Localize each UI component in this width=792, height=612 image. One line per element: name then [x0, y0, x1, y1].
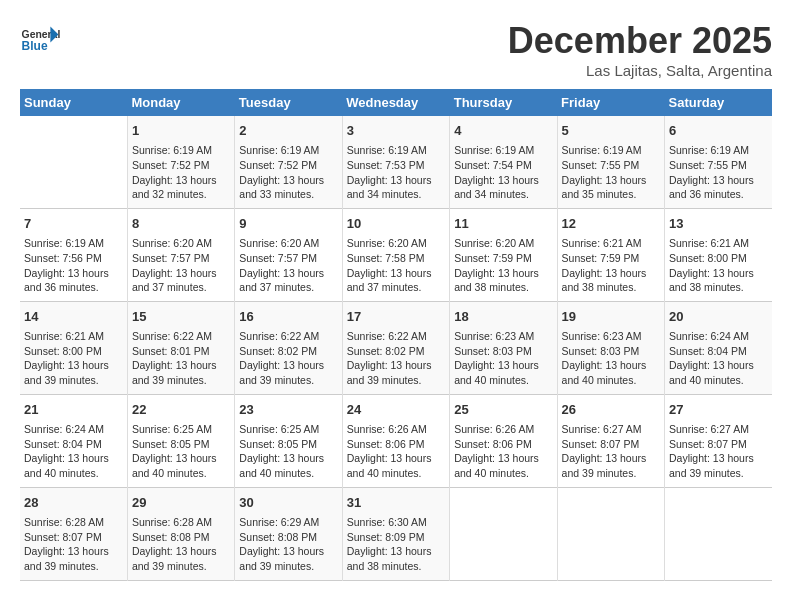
- weekday-header-friday: Friday: [557, 89, 664, 116]
- day-info: Sunrise: 6:21 AM Sunset: 8:00 PM Dayligh…: [24, 329, 123, 388]
- weekday-header-saturday: Saturday: [665, 89, 772, 116]
- calendar-cell: 2Sunrise: 6:19 AM Sunset: 7:52 PM Daylig…: [235, 116, 342, 208]
- calendar-cell: 26Sunrise: 6:27 AM Sunset: 8:07 PM Dayli…: [557, 394, 664, 487]
- weekday-header-tuesday: Tuesday: [235, 89, 342, 116]
- calendar-cell: 16Sunrise: 6:22 AM Sunset: 8:02 PM Dayli…: [235, 301, 342, 394]
- day-info: Sunrise: 6:25 AM Sunset: 8:05 PM Dayligh…: [239, 422, 337, 481]
- day-info: Sunrise: 6:26 AM Sunset: 8:06 PM Dayligh…: [454, 422, 552, 481]
- calendar-cell: 24Sunrise: 6:26 AM Sunset: 8:06 PM Dayli…: [342, 394, 449, 487]
- weekday-header-monday: Monday: [127, 89, 234, 116]
- day-number: 26: [562, 401, 660, 419]
- calendar-cell: 6Sunrise: 6:19 AM Sunset: 7:55 PM Daylig…: [665, 116, 772, 208]
- logo-icon: General Blue: [20, 20, 60, 60]
- calendar-cell: [557, 487, 664, 580]
- day-number: 12: [562, 215, 660, 233]
- day-number: 2: [239, 122, 337, 140]
- calendar-week-row: 28Sunrise: 6:28 AM Sunset: 8:07 PM Dayli…: [20, 487, 772, 580]
- day-info: Sunrise: 6:19 AM Sunset: 7:52 PM Dayligh…: [239, 143, 337, 202]
- day-number: 10: [347, 215, 445, 233]
- calendar-cell: 22Sunrise: 6:25 AM Sunset: 8:05 PM Dayli…: [127, 394, 234, 487]
- day-info: Sunrise: 6:20 AM Sunset: 7:59 PM Dayligh…: [454, 236, 552, 295]
- day-info: Sunrise: 6:28 AM Sunset: 8:07 PM Dayligh…: [24, 515, 123, 574]
- day-info: Sunrise: 6:19 AM Sunset: 7:52 PM Dayligh…: [132, 143, 230, 202]
- day-info: Sunrise: 6:27 AM Sunset: 8:07 PM Dayligh…: [562, 422, 660, 481]
- calendar-cell: 9Sunrise: 6:20 AM Sunset: 7:57 PM Daylig…: [235, 208, 342, 301]
- day-number: 20: [669, 308, 768, 326]
- calendar-cell: 12Sunrise: 6:21 AM Sunset: 7:59 PM Dayli…: [557, 208, 664, 301]
- day-number: 24: [347, 401, 445, 419]
- calendar-cell: 31Sunrise: 6:30 AM Sunset: 8:09 PM Dayli…: [342, 487, 449, 580]
- calendar-cell: 3Sunrise: 6:19 AM Sunset: 7:53 PM Daylig…: [342, 116, 449, 208]
- day-number: 9: [239, 215, 337, 233]
- calendar-cell: 15Sunrise: 6:22 AM Sunset: 8:01 PM Dayli…: [127, 301, 234, 394]
- day-info: Sunrise: 6:29 AM Sunset: 8:08 PM Dayligh…: [239, 515, 337, 574]
- day-info: Sunrise: 6:19 AM Sunset: 7:56 PM Dayligh…: [24, 236, 123, 295]
- day-info: Sunrise: 6:20 AM Sunset: 7:58 PM Dayligh…: [347, 236, 445, 295]
- day-number: 17: [347, 308, 445, 326]
- weekday-header-sunday: Sunday: [20, 89, 127, 116]
- calendar-cell: 13Sunrise: 6:21 AM Sunset: 8:00 PM Dayli…: [665, 208, 772, 301]
- calendar-cell: 10Sunrise: 6:20 AM Sunset: 7:58 PM Dayli…: [342, 208, 449, 301]
- day-info: Sunrise: 6:19 AM Sunset: 7:53 PM Dayligh…: [347, 143, 445, 202]
- day-info: Sunrise: 6:24 AM Sunset: 8:04 PM Dayligh…: [24, 422, 123, 481]
- calendar-week-row: 14Sunrise: 6:21 AM Sunset: 8:00 PM Dayli…: [20, 301, 772, 394]
- calendar-cell: [20, 116, 127, 208]
- calendar-cell: 19Sunrise: 6:23 AM Sunset: 8:03 PM Dayli…: [557, 301, 664, 394]
- calendar-cell: [665, 487, 772, 580]
- day-number: 21: [24, 401, 123, 419]
- day-info: Sunrise: 6:19 AM Sunset: 7:55 PM Dayligh…: [562, 143, 660, 202]
- day-number: 5: [562, 122, 660, 140]
- day-number: 14: [24, 308, 123, 326]
- day-number: 23: [239, 401, 337, 419]
- weekday-header-wednesday: Wednesday: [342, 89, 449, 116]
- calendar-cell: 8Sunrise: 6:20 AM Sunset: 7:57 PM Daylig…: [127, 208, 234, 301]
- day-number: 18: [454, 308, 552, 326]
- calendar-cell: 14Sunrise: 6:21 AM Sunset: 8:00 PM Dayli…: [20, 301, 127, 394]
- calendar-week-row: 1Sunrise: 6:19 AM Sunset: 7:52 PM Daylig…: [20, 116, 772, 208]
- day-number: 4: [454, 122, 552, 140]
- day-info: Sunrise: 6:20 AM Sunset: 7:57 PM Dayligh…: [132, 236, 230, 295]
- day-info: Sunrise: 6:23 AM Sunset: 8:03 PM Dayligh…: [454, 329, 552, 388]
- logo: General Blue: [20, 20, 64, 60]
- day-info: Sunrise: 6:22 AM Sunset: 8:02 PM Dayligh…: [239, 329, 337, 388]
- calendar-table: SundayMondayTuesdayWednesdayThursdayFrid…: [20, 89, 772, 581]
- calendar-week-row: 7Sunrise: 6:19 AM Sunset: 7:56 PM Daylig…: [20, 208, 772, 301]
- calendar-cell: 28Sunrise: 6:28 AM Sunset: 8:07 PM Dayli…: [20, 487, 127, 580]
- day-info: Sunrise: 6:22 AM Sunset: 8:01 PM Dayligh…: [132, 329, 230, 388]
- day-info: Sunrise: 6:23 AM Sunset: 8:03 PM Dayligh…: [562, 329, 660, 388]
- day-number: 8: [132, 215, 230, 233]
- day-info: Sunrise: 6:20 AM Sunset: 7:57 PM Dayligh…: [239, 236, 337, 295]
- calendar-cell: 25Sunrise: 6:26 AM Sunset: 8:06 PM Dayli…: [450, 394, 557, 487]
- svg-text:Blue: Blue: [22, 39, 48, 53]
- day-info: Sunrise: 6:21 AM Sunset: 7:59 PM Dayligh…: [562, 236, 660, 295]
- month-title: December 2025: [508, 20, 772, 62]
- calendar-cell: 18Sunrise: 6:23 AM Sunset: 8:03 PM Dayli…: [450, 301, 557, 394]
- day-info: Sunrise: 6:19 AM Sunset: 7:55 PM Dayligh…: [669, 143, 768, 202]
- calendar-cell: 27Sunrise: 6:27 AM Sunset: 8:07 PM Dayli…: [665, 394, 772, 487]
- day-info: Sunrise: 6:30 AM Sunset: 8:09 PM Dayligh…: [347, 515, 445, 574]
- day-number: 3: [347, 122, 445, 140]
- day-number: 13: [669, 215, 768, 233]
- location: Las Lajitas, Salta, Argentina: [508, 62, 772, 79]
- calendar-cell: 23Sunrise: 6:25 AM Sunset: 8:05 PM Dayli…: [235, 394, 342, 487]
- day-number: 11: [454, 215, 552, 233]
- header: General Blue December 2025 Las Lajitas, …: [20, 20, 772, 79]
- day-number: 25: [454, 401, 552, 419]
- day-info: Sunrise: 6:21 AM Sunset: 8:00 PM Dayligh…: [669, 236, 768, 295]
- day-number: 27: [669, 401, 768, 419]
- calendar-cell: 7Sunrise: 6:19 AM Sunset: 7:56 PM Daylig…: [20, 208, 127, 301]
- day-info: Sunrise: 6:19 AM Sunset: 7:54 PM Dayligh…: [454, 143, 552, 202]
- calendar-cell: 21Sunrise: 6:24 AM Sunset: 8:04 PM Dayli…: [20, 394, 127, 487]
- calendar-cell: 4Sunrise: 6:19 AM Sunset: 7:54 PM Daylig…: [450, 116, 557, 208]
- title-area: December 2025 Las Lajitas, Salta, Argent…: [508, 20, 772, 79]
- day-number: 1: [132, 122, 230, 140]
- calendar-cell: 30Sunrise: 6:29 AM Sunset: 8:08 PM Dayli…: [235, 487, 342, 580]
- calendar-cell: 20Sunrise: 6:24 AM Sunset: 8:04 PM Dayli…: [665, 301, 772, 394]
- calendar-cell: 11Sunrise: 6:20 AM Sunset: 7:59 PM Dayli…: [450, 208, 557, 301]
- day-number: 15: [132, 308, 230, 326]
- day-number: 30: [239, 494, 337, 512]
- day-info: Sunrise: 6:26 AM Sunset: 8:06 PM Dayligh…: [347, 422, 445, 481]
- day-number: 22: [132, 401, 230, 419]
- calendar-cell: 5Sunrise: 6:19 AM Sunset: 7:55 PM Daylig…: [557, 116, 664, 208]
- day-number: 29: [132, 494, 230, 512]
